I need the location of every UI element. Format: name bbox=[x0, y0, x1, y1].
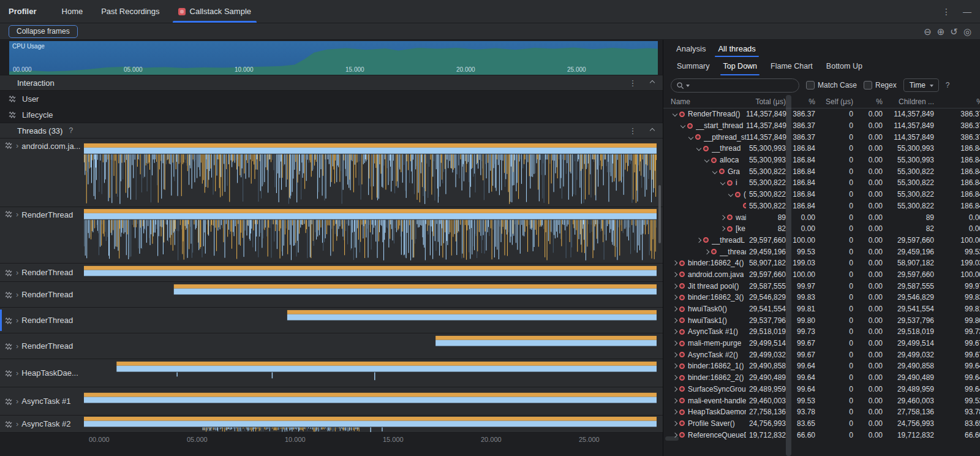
zoom-out-icon[interactable]: ⊖ bbox=[924, 27, 932, 36]
tree-row[interactable]: binder:16862_4()58,907,182199.0300.0058,… bbox=[663, 257, 980, 269]
chevron-expanded-icon[interactable] bbox=[671, 110, 679, 118]
time-filter-dropdown[interactable]: Time bbox=[903, 78, 939, 92]
chevron-collapsed-icon[interactable] bbox=[671, 385, 679, 393]
tab-home[interactable]: Home bbox=[53, 0, 92, 23]
zoom-in-icon[interactable]: ⊕ bbox=[937, 27, 945, 36]
thread-track[interactable] bbox=[84, 387, 657, 415]
tab-flame-chart[interactable]: Flame Chart bbox=[764, 57, 819, 75]
thread-row[interactable]: ›android.com.ja... bbox=[0, 139, 663, 207]
tree-row[interactable]: __thread29,459,19699.5300.0029,459,19699… bbox=[663, 246, 980, 257]
column-header[interactable]: Name bbox=[663, 97, 746, 106]
tree-row[interactable]: wai890.0000.00890.00 bbox=[663, 211, 980, 223]
threads-header[interactable]: Threads (33) ? ⋮ bbox=[0, 123, 663, 139]
tab-top-down[interactable]: Top Down bbox=[717, 57, 763, 75]
tab-analysis[interactable]: Analysis bbox=[671, 40, 711, 57]
interaction-row-lifecycle[interactable]: Lifecycle bbox=[0, 107, 663, 123]
thread-label[interactable]: ›RenderThread bbox=[0, 308, 84, 333]
tree-row[interactable]: Profile Saver()24,756,99383.6500.0024,75… bbox=[663, 418, 980, 430]
filter-help-icon[interactable]: ? bbox=[946, 81, 950, 89]
thread-track[interactable] bbox=[84, 416, 657, 432]
interaction-collapse-icon[interactable] bbox=[642, 81, 663, 85]
tree-row[interactable]: Jit thread pool()29,587,55599.9700.0029,… bbox=[663, 280, 980, 292]
tree-row[interactable]: AsyncTask #2()29,499,03299.6700.0029,499… bbox=[663, 349, 980, 360]
table-horizontal-scrollbar[interactable] bbox=[665, 436, 679, 441]
chevron-right-icon[interactable]: › bbox=[16, 369, 18, 377]
chevron-right-icon[interactable]: › bbox=[16, 420, 18, 428]
chevron-collapsed-icon[interactable] bbox=[671, 373, 679, 382]
thread-row[interactable]: ›RenderThread bbox=[0, 207, 663, 264]
search-history-caret-icon[interactable] bbox=[686, 85, 690, 89]
threads-collapse-icon[interactable] bbox=[642, 129, 663, 132]
thread-label[interactable]: ›RenderThread bbox=[0, 333, 84, 359]
chevron-collapsed-icon[interactable] bbox=[718, 213, 727, 222]
thread-label[interactable]: ›RenderThread bbox=[0, 264, 84, 281]
tree-row[interactable]: mali-event-handle29,460,00399.5300.0029,… bbox=[663, 395, 980, 406]
chevron-right-icon[interactable]: › bbox=[16, 268, 18, 276]
thread-row[interactable]: ›RenderThread bbox=[0, 282, 663, 308]
thread-label[interactable]: ›android.com.ja... bbox=[0, 139, 84, 207]
thread-label[interactable]: ›HeapTaskDae... bbox=[0, 359, 84, 387]
chevron-collapsed-icon[interactable] bbox=[703, 248, 711, 256]
reset-zoom-icon[interactable]: ↺ bbox=[950, 27, 958, 36]
tab-all-threads[interactable]: All threads bbox=[712, 40, 761, 57]
tree-row[interactable]: [ke820.0000.00820.00 bbox=[663, 223, 980, 235]
minimize-icon[interactable]: — bbox=[963, 7, 971, 17]
chevron-expanded-icon[interactable] bbox=[718, 178, 727, 187]
chevron-collapsed-icon[interactable] bbox=[671, 362, 679, 370]
thread-row[interactable]: ›HeapTaskDae... bbox=[0, 359, 663, 387]
chevron-collapsed-icon[interactable] bbox=[671, 270, 679, 279]
tree-row[interactable]: AsyncTask #1()29,518,01999.7300.0029,518… bbox=[663, 326, 980, 338]
thread-track[interactable] bbox=[84, 333, 657, 359]
tab-callstack-sample[interactable]: Callstack Sample bbox=[169, 0, 260, 23]
chevron-expanded-icon[interactable] bbox=[710, 167, 719, 176]
thread-track[interactable] bbox=[84, 139, 657, 207]
zoom-to-selection-icon[interactable]: ◎ bbox=[963, 27, 971, 36]
thread-label[interactable]: ›AsyncTask #2 bbox=[0, 416, 84, 432]
thread-label[interactable]: ›AsyncTask #1 bbox=[0, 387, 84, 415]
match-case-checkbox[interactable]: Match Case bbox=[806, 81, 857, 89]
cpu-usage-chart[interactable]: CPU Usage 00.00005.00010.00015.00020.000… bbox=[9, 41, 658, 75]
kebab-menu-icon[interactable]: ⋮ bbox=[942, 7, 951, 17]
checkbox-box[interactable] bbox=[864, 81, 872, 89]
tree-row[interactable]: binder:16862_3()29,546,82999.8300.0029,5… bbox=[663, 292, 980, 303]
column-header[interactable]: % bbox=[856, 97, 886, 106]
chevron-collapsed-icon[interactable] bbox=[671, 293, 679, 302]
tree-row[interactable]: Gra55,300,822186.8400.0055,300,822186.84 bbox=[663, 165, 980, 177]
column-header[interactable]: % bbox=[937, 97, 980, 106]
tab-past-recordings[interactable]: Past Recordings bbox=[92, 0, 168, 23]
chevron-collapsed-icon[interactable] bbox=[671, 397, 679, 405]
thread-track[interactable] bbox=[84, 264, 657, 281]
tree-row[interactable]: __pthread_st114,357,849386.3700.00114,35… bbox=[663, 131, 980, 143]
chevron-expanded-icon[interactable] bbox=[703, 156, 711, 164]
chevron-collapsed-icon[interactable] bbox=[671, 339, 679, 348]
chevron-expanded-icon[interactable] bbox=[695, 144, 703, 153]
chevron-expanded-icon[interactable] bbox=[726, 190, 735, 199]
tree-row[interactable]: HeapTaskDaemon()27,758,13693.7800.0027,7… bbox=[663, 406, 980, 418]
tree-row[interactable]: SurfaceSyncGroup29,489,95999.6400.0029,4… bbox=[663, 384, 980, 395]
chevron-right-icon[interactable]: › bbox=[16, 397, 18, 405]
column-header[interactable]: Children ... bbox=[886, 97, 937, 106]
tree-row[interactable]: mali-mem-purge29,499,51499.6700.0029,499… bbox=[663, 338, 980, 349]
interaction-header[interactable]: Interaction ⋮ bbox=[0, 75, 663, 91]
thread-row[interactable]: ›AsyncTask #1 bbox=[0, 387, 663, 416]
chevron-collapsed-icon[interactable] bbox=[671, 305, 679, 313]
tree-row[interactable]: i55,300,822186.8400.0055,300,822186.84 bbox=[663, 177, 980, 189]
column-header[interactable]: Total (μs) bbox=[746, 97, 789, 106]
chevron-collapsed-icon[interactable] bbox=[671, 351, 679, 359]
regex-checkbox[interactable]: Regex bbox=[864, 81, 897, 89]
thread-track[interactable] bbox=[84, 308, 657, 333]
tree-row[interactable]: __threadL29,597,660100.0000.0029,597,660… bbox=[663, 235, 980, 246]
thread-track[interactable] bbox=[84, 359, 657, 387]
thread-row[interactable]: ›AsyncTask #2 bbox=[0, 416, 663, 433]
tree-row[interactable]: binder:16862_2()29,490,48999.6400.0029,4… bbox=[663, 372, 980, 384]
chevron-collapsed-icon[interactable] bbox=[671, 259, 679, 267]
chevron-right-icon[interactable]: › bbox=[16, 342, 18, 350]
thread-row[interactable]: ›RenderThread bbox=[0, 333, 663, 359]
thread-row[interactable]: ›RenderThread bbox=[0, 264, 663, 282]
tree-row[interactable]: ReferenceQueueDa19,712,83266.6000.0019,7… bbox=[663, 429, 980, 441]
chevron-collapsed-icon[interactable] bbox=[671, 316, 679, 325]
thread-track[interactable] bbox=[84, 207, 657, 263]
tree-row[interactable]: __thread55,300,993186.8400.0055,300,9931… bbox=[663, 143, 980, 154]
checkbox-box[interactable] bbox=[806, 81, 815, 89]
tree-row[interactable]: __start_thread114,357,849386.3700.00114,… bbox=[663, 120, 980, 132]
